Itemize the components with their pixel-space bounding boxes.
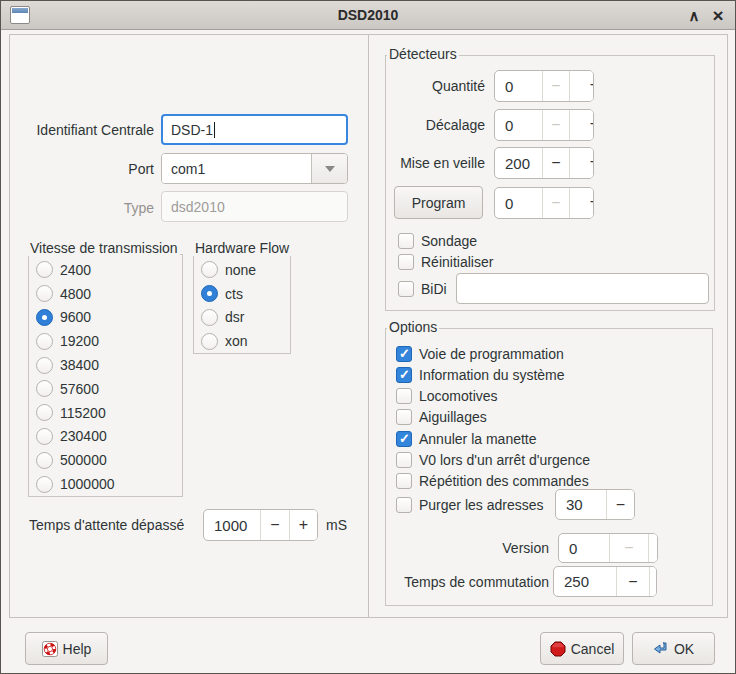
spin-plus-button[interactable]: [649, 567, 656, 596]
radio-option-dsr[interactable]: dsr: [194, 306, 290, 330]
spin-minus-button[interactable]: −: [542, 71, 569, 101]
checkbox-icon: [396, 473, 412, 489]
spin-plus-button[interactable]: +: [569, 110, 593, 140]
radio-option-115200[interactable]: 115200: [29, 401, 182, 425]
radio-selected-icon: [201, 285, 218, 302]
detectors-group-title: Détecteurs: [387, 46, 459, 62]
window-title: DSD2010: [1, 7, 735, 23]
spin-plus-button[interactable]: +: [569, 71, 593, 101]
standby-spinbutton[interactable]: 200 − +: [494, 147, 594, 179]
dialog-window: DSD2010 ∧ × Identifiant Centrale DSD-1 P…: [0, 0, 736, 674]
ok-button[interactable]: OK: [632, 632, 715, 665]
timeout-spinbutton[interactable]: 1000 − +: [203, 509, 318, 541]
spin-plus-button[interactable]: +: [569, 148, 593, 178]
program-spinbutton[interactable]: 0 − +: [494, 187, 594, 219]
checkbox-icon: [396, 409, 412, 425]
radio-option-9600[interactable]: 9600: [29, 306, 182, 330]
radio-icon: [36, 428, 53, 445]
cancel-button[interactable]: Cancel: [540, 632, 624, 665]
chevron-down-icon: [325, 166, 335, 172]
radio-option-4800[interactable]: 4800: [29, 282, 182, 306]
spin-minus-button[interactable]: −: [542, 148, 569, 178]
spin-minus-button[interactable]: −: [606, 490, 634, 519]
radio-icon: [36, 333, 53, 350]
port-combobox-value[interactable]: com1: [162, 154, 311, 183]
radio-label: 19200: [60, 333, 99, 349]
spin-minus-button[interactable]: −: [542, 188, 569, 218]
spin-plus-button[interactable]: +: [569, 188, 593, 218]
port-dropdown-button[interactable]: [311, 154, 347, 183]
help-lifebuoy-icon: [42, 641, 58, 657]
quantity-spinbutton[interactable]: 0 − +: [494, 70, 594, 102]
checkbox-bidi[interactable]: BiDi: [398, 279, 447, 299]
purge-spinbutton[interactable]: 30 −: [555, 489, 635, 520]
version-spinbutton[interactable]: 0 − +: [558, 533, 658, 563]
radio-icon: [36, 357, 53, 374]
spin-plus-button[interactable]: +: [648, 534, 657, 562]
commutation-spinbutton[interactable]: 250 −: [553, 566, 657, 597]
radio-option-19200[interactable]: 19200: [29, 329, 182, 353]
radio-option-230400[interactable]: 230400: [29, 425, 182, 449]
checkbox-icon: [398, 233, 414, 249]
offset-value[interactable]: 0: [495, 110, 542, 140]
radio-label: 2400: [60, 262, 91, 278]
spin-minus-button[interactable]: −: [542, 110, 569, 140]
checkbox-repetition-commandes[interactable]: Répétition des commandes: [396, 471, 589, 491]
flow-radio-group: none cts dsr xon: [193, 254, 291, 354]
program-button[interactable]: Program: [394, 186, 483, 219]
plus-glyph: +: [590, 153, 594, 171]
bidi-input[interactable]: [456, 273, 709, 304]
timeout-unit-label: mS: [326, 517, 347, 534]
speed-radio-group: 2400 4800 9600 19200 38400 57600 115200 …: [28, 254, 183, 497]
checkbox-reinitialiser[interactable]: Réinitialiser: [398, 252, 493, 272]
checkbox-checked-icon: [396, 346, 412, 362]
offset-spinbutton[interactable]: 0 − +: [494, 109, 594, 141]
spin-minus-button[interactable]: −: [260, 510, 289, 540]
checkbox-label: Aiguillages: [419, 409, 487, 425]
radio-option-none[interactable]: none: [194, 258, 290, 282]
checkbox-purger-adresses[interactable]: Purger les adresses: [396, 495, 544, 515]
checkbox-voie-programmation[interactable]: Voie de programmation: [396, 344, 564, 364]
spin-plus-button[interactable]: +: [289, 510, 317, 540]
radio-option-xon[interactable]: xon: [194, 329, 290, 353]
purge-value[interactable]: 30: [556, 490, 606, 519]
radio-icon: [36, 261, 53, 278]
checkbox-label: Annuler la manette: [419, 431, 537, 447]
radio-option-2400[interactable]: 2400: [29, 258, 182, 282]
central-id-input[interactable]: DSD-1: [161, 114, 348, 145]
radio-option-1000000[interactable]: 1000000: [29, 472, 182, 496]
checkbox-locomotives[interactable]: Locomotives: [396, 386, 498, 406]
shade-button[interactable]: ∧: [681, 1, 707, 30]
flow-group-title: Hardware Flow: [193, 240, 291, 256]
checkbox-label: BiDi: [421, 281, 447, 297]
timeout-value[interactable]: 1000: [204, 510, 260, 540]
speed-group-title: Vitesse de transmission: [28, 240, 180, 256]
radio-label: xon: [225, 333, 248, 349]
quantity-value[interactable]: 0: [495, 71, 542, 101]
radio-icon: [36, 476, 53, 493]
radio-label: 38400: [60, 357, 99, 373]
checkbox-annuler-manette[interactable]: Annuler la manette: [396, 429, 537, 449]
port-combobox[interactable]: com1: [161, 153, 348, 184]
checkbox-v0-arret-urgence[interactable]: V0 lors d'un arrêt d'urgence: [396, 450, 590, 470]
checkbox-icon: [396, 497, 412, 513]
close-button[interactable]: ×: [705, 1, 731, 30]
checkbox-sondage[interactable]: Sondage: [398, 231, 477, 251]
pane-divider: [368, 34, 369, 618]
checkbox-information-systeme[interactable]: Information du système: [396, 365, 565, 385]
program-value[interactable]: 0: [495, 188, 542, 218]
central-id-label: Identifiant Centrale: [21, 122, 154, 139]
version-label: Version: [385, 540, 549, 557]
checkbox-aiguillages[interactable]: Aiguillages: [396, 407, 487, 427]
radio-option-cts[interactable]: cts: [194, 282, 290, 306]
spin-minus-button[interactable]: −: [609, 534, 648, 562]
radio-option-38400[interactable]: 38400: [29, 353, 182, 377]
radio-option-57600[interactable]: 57600: [29, 377, 182, 401]
titlebar: DSD2010 ∧ ×: [1, 1, 735, 30]
help-button[interactable]: Help: [25, 632, 108, 665]
standby-value[interactable]: 200: [495, 148, 542, 178]
spin-minus-button[interactable]: −: [616, 567, 649, 596]
commutation-value[interactable]: 250: [554, 567, 616, 596]
radio-option-500000[interactable]: 500000: [29, 448, 182, 472]
version-value[interactable]: 0: [559, 534, 609, 562]
